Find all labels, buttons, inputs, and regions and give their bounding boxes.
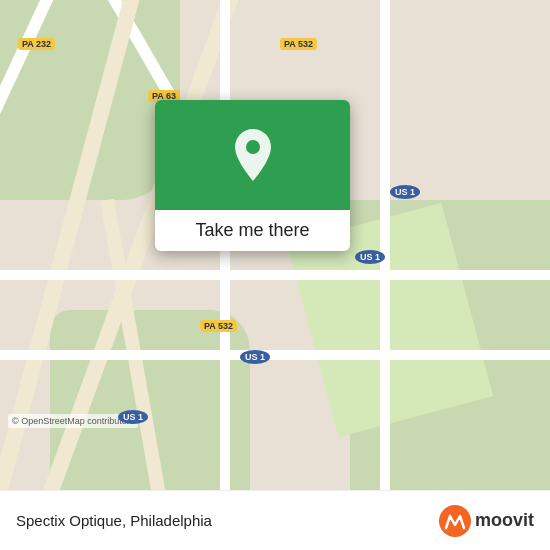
road-label-us1b: US 1 bbox=[355, 250, 385, 264]
location-pin-icon bbox=[231, 129, 275, 181]
road-label-pa532a: PA 532 bbox=[280, 38, 317, 50]
moovit-logo-icon bbox=[439, 505, 471, 537]
bottom-bar: Spectix Optique, Philadelphia moovit bbox=[0, 490, 550, 550]
location-tooltip: Take me there bbox=[155, 100, 350, 251]
road-label-pa532c: PA 532 bbox=[200, 320, 237, 332]
road bbox=[380, 0, 390, 490]
road bbox=[0, 350, 550, 360]
road-label-us1d: US 1 bbox=[118, 410, 148, 424]
take-me-there-button[interactable]: Take me there bbox=[155, 210, 350, 251]
place-name: Spectix Optique, Philadelphia bbox=[16, 512, 439, 529]
road-label-us1c: US 1 bbox=[240, 350, 270, 364]
road bbox=[0, 270, 550, 280]
moovit-m-icon bbox=[444, 512, 466, 530]
map-container: PA 232PA 63PA 532PA 532PA 532US 1US 1US … bbox=[0, 0, 550, 490]
tooltip-header bbox=[155, 100, 350, 210]
moovit-logo[interactable]: moovit bbox=[439, 505, 534, 537]
moovit-brand-name: moovit bbox=[475, 510, 534, 531]
road-label-us1a: US 1 bbox=[390, 185, 420, 199]
svg-point-0 bbox=[246, 140, 260, 154]
road-label-pa232: PA 232 bbox=[18, 38, 55, 50]
